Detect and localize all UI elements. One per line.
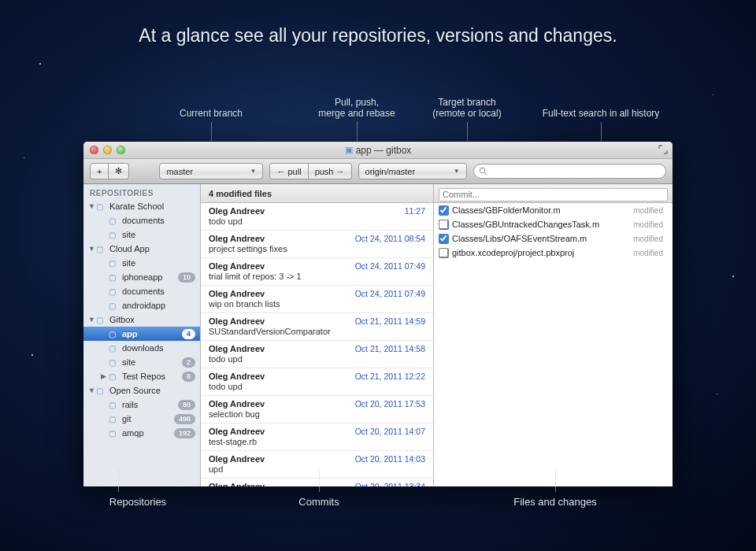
app-window: ▣ app — gitbox + ✻ master▼ ← pull push →… xyxy=(83,142,673,486)
callout-current-branch: Current branch xyxy=(172,108,250,119)
sidebar-item[interactable]: ▢downloads xyxy=(83,341,200,355)
chevron-down-icon: ▼ xyxy=(454,168,460,175)
toolbar: + ✻ master▼ ← pull push → origin/master▼ xyxy=(83,159,673,184)
sidebar-item[interactable]: ▢site xyxy=(83,227,200,242)
commit-row[interactable]: Oleg AndreevOct 24, 2011 08:54project se… xyxy=(201,231,433,258)
disclosure-icon: ▼ xyxy=(88,316,96,324)
stage-checkbox[interactable] xyxy=(439,248,448,257)
sidebar-item-label: documents xyxy=(122,287,195,296)
commit-timestamp: Oct 24, 2011 07:49 xyxy=(355,289,425,298)
disclosure-icon: ▶ xyxy=(101,372,109,380)
count-badge: 4 xyxy=(182,329,195,339)
folder-icon: ▢ xyxy=(109,372,120,381)
commit-author: Oleg Andreev xyxy=(209,289,265,298)
branch-select[interactable]: master▼ xyxy=(159,163,263,179)
sidebar-group[interactable]: ▼▢Open Source xyxy=(83,383,200,398)
commit-row[interactable]: Oleg AndreevOct 21, 2011 14:59SUStandard… xyxy=(201,313,433,341)
commit-timestamp: Oct 21, 2011 14:58 xyxy=(355,344,425,353)
commit-author: Oleg Andreev xyxy=(209,427,265,436)
stage-checkbox[interactable] xyxy=(439,220,448,229)
commit-row[interactable]: Oleg AndreevOct 24, 2011 07:49trial limi… xyxy=(201,258,433,286)
search-icon xyxy=(479,167,487,176)
sidebar-item[interactable]: ▢iphoneapp10 xyxy=(83,270,200,284)
sidebar-item[interactable]: ▢site2 xyxy=(83,355,200,369)
count-badge: 8 xyxy=(182,372,195,382)
commit-row[interactable]: Oleg Andreev11:27todo upd xyxy=(201,203,433,231)
stage-checkbox[interactable] xyxy=(439,205,448,215)
file-row[interactable]: mClasses/Libs/OAFSEventStream.mmodified xyxy=(434,231,673,246)
commit-row[interactable]: Oleg AndreevOct 24, 2011 07:49wip on bra… xyxy=(201,286,433,313)
sidebar-item[interactable]: ▢app4 xyxy=(83,327,200,341)
commit-row[interactable]: Oleg AndreevOct 20, 2011 13:34branch lis… xyxy=(201,479,433,486)
sidebar-group-label: Cloud App xyxy=(109,244,195,253)
folder-icon: ▢ xyxy=(109,330,120,338)
push-button[interactable]: push → xyxy=(309,163,352,179)
sidebar-item[interactable]: ▢site xyxy=(83,256,200,270)
commit-author: Oleg Andreev xyxy=(209,344,265,353)
sidebar-item[interactable]: ▢rails80 xyxy=(83,398,200,412)
file-status: modified xyxy=(633,235,663,243)
sidebar-group[interactable]: ▼▢Karate School xyxy=(83,199,200,213)
commit-row[interactable]: Oleg AndreevOct 20, 2011 14:07test-stage… xyxy=(201,423,433,451)
stage-checkbox[interactable] xyxy=(439,234,448,243)
settings-button[interactable]: ✻ xyxy=(109,163,129,179)
disclosure-icon: ▼ xyxy=(88,386,96,394)
headline: At a glance see all your repositories, v… xyxy=(0,0,756,46)
sidebar-item-label: documents xyxy=(122,216,195,225)
sidebar-item[interactable]: ▢androidapp xyxy=(83,298,200,312)
folder-icon: ▢ xyxy=(109,429,120,438)
count-badge: 2 xyxy=(182,357,195,368)
search-input[interactable] xyxy=(473,164,666,179)
commit-row[interactable]: Oleg AndreevOct 20, 2011 17:53selection … xyxy=(201,396,433,423)
file-status: modified xyxy=(633,220,663,229)
commit-author: Oleg Andreev xyxy=(209,372,265,381)
file-row[interactable]: mClasses/GBFolderMonitor.mmodified xyxy=(434,203,673,217)
commit-message-input[interactable] xyxy=(439,188,668,202)
sidebar-group[interactable]: ▼▢Gitbox xyxy=(83,312,200,327)
commit-row[interactable]: Oleg AndreevOct 21, 2011 14:58todo upd xyxy=(201,341,433,368)
sidebar-group[interactable]: ▼▢Cloud App xyxy=(83,242,200,256)
file-name: Classes/GBUntrackedChangesTask.m xyxy=(452,220,633,229)
count-badge: 10 xyxy=(178,272,195,283)
sidebar-item-label: androidapp xyxy=(122,301,195,310)
folder-icon: ▢ xyxy=(109,287,120,296)
sidebar-item[interactable]: ▢documents xyxy=(83,284,200,298)
file-row[interactable]: mClasses/GBUntrackedChangesTask.mmodifie… xyxy=(434,217,673,231)
sidebar-item[interactable]: ▢git498 xyxy=(83,412,200,426)
pull-button[interactable]: ← pull xyxy=(269,163,308,179)
commits-list[interactable]: Oleg Andreev11:27todo updOleg AndreevOct… xyxy=(201,203,433,486)
folder-icon: ▢ xyxy=(96,386,107,395)
status-bar: 4 modified files xyxy=(201,184,433,203)
commit-message: trial limit of repos: 3 -> 1 xyxy=(209,272,425,281)
svg-point-0 xyxy=(480,168,484,172)
sidebar-item-label: amqp xyxy=(122,428,174,438)
commit-author: Oleg Andreev xyxy=(209,399,265,409)
folder-icon: ▢ xyxy=(109,216,120,225)
remote-branch-select[interactable]: origin/master▼ xyxy=(358,163,467,179)
commit-row[interactable]: Oleg AndreevOct 21, 2011 12:22todo upd xyxy=(201,368,433,396)
sidebar[interactable]: REPOSITORIES ▼▢Karate School▢documents▢s… xyxy=(83,184,201,486)
fullscreen-icon[interactable] xyxy=(658,145,668,154)
commit-timestamp: Oct 20, 2011 14:07 xyxy=(355,427,425,436)
commit-row[interactable]: Oleg AndreevOct 20, 2011 14:03upd xyxy=(201,451,433,479)
file-status: modified xyxy=(633,249,663,257)
commit-message: wip on branch lists xyxy=(209,299,425,309)
commit-author: Oleg Andreev xyxy=(209,454,265,464)
file-row[interactable]: ⬚gitbox.xcodeproj/project.pbxprojmodifie… xyxy=(434,246,673,260)
sidebar-item[interactable]: ▢amqp192 xyxy=(83,426,200,440)
sidebar-item[interactable]: ▢documents xyxy=(83,213,200,227)
commit-author: Oleg Andreev xyxy=(209,234,265,243)
files-list[interactable]: mClasses/GBFolderMonitor.mmodifiedmClass… xyxy=(434,203,673,486)
commit-message: todo upd xyxy=(209,354,425,364)
commit-message: SUStandardVersionComparator xyxy=(209,327,425,336)
add-button[interactable]: + xyxy=(90,163,109,179)
zoom-button[interactable] xyxy=(117,146,125,154)
commit-timestamp: Oct 20, 2011 17:53 xyxy=(355,399,425,409)
minimize-button[interactable] xyxy=(103,146,112,154)
file-status: modified xyxy=(633,206,663,215)
sidebar-item[interactable]: ▶▢Test Repos8 xyxy=(83,369,200,383)
titlebar[interactable]: ▣ app — gitbox xyxy=(83,142,673,159)
close-button[interactable] xyxy=(90,146,98,154)
count-badge: 192 xyxy=(174,428,195,438)
sidebar-group-label: Open Source xyxy=(109,386,195,395)
